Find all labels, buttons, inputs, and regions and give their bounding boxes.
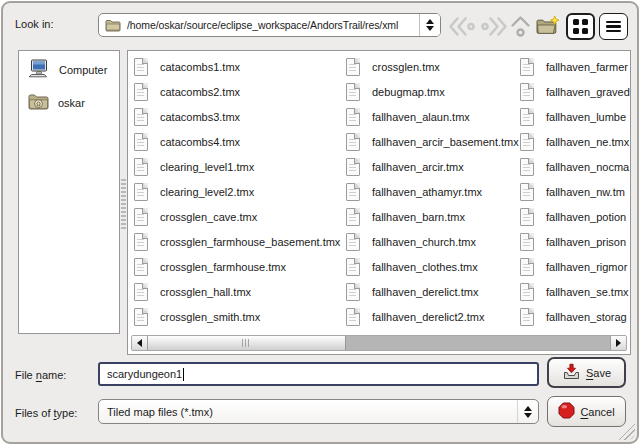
list-view-button[interactable]	[599, 13, 628, 40]
file-icon	[134, 158, 148, 176]
file-icon	[134, 83, 148, 101]
file-name-label: fallhaven_arcir.tmx	[372, 161, 464, 173]
file-name-input[interactable]: scarydungeon1	[98, 362, 539, 386]
file-item[interactable]: fallhaven_lumbe	[520, 104, 631, 129]
file-item[interactable]: catacombs2.tmx	[134, 79, 346, 104]
scroll-left-button[interactable]	[132, 336, 148, 350]
file-name-label: catacombs3.tmx	[160, 111, 240, 123]
cancel-button[interactable]: Cancel	[547, 396, 626, 427]
sidebar-item-computer[interactable]: Computer	[19, 53, 119, 86]
file-item[interactable]: fallhaven_alaun.tmx	[346, 104, 520, 129]
type-combo-spinner[interactable]	[517, 400, 538, 423]
file-item[interactable]: fallhaven_clothes.tmx	[346, 254, 520, 279]
file-item[interactable]: fallhaven_derelict2.tmx	[346, 304, 520, 329]
forward-icon[interactable]	[480, 16, 509, 37]
list-view-icon	[606, 21, 621, 33]
file-icon	[134, 108, 148, 126]
file-list-panel: catacombs1.tmxcatacombs2.tmxcatacombs3.t…	[127, 50, 631, 355]
splitter-handle[interactable]	[121, 179, 126, 231]
scrollbar-thumb[interactable]	[148, 336, 346, 350]
file-icon	[346, 308, 360, 326]
cancel-button-label: Cancel	[580, 406, 614, 418]
file-name-label: fallhaven_se.tmx	[546, 286, 629, 298]
file-type-combobox[interactable]: Tiled map files (*.tmx)	[98, 399, 539, 424]
file-icon	[134, 258, 148, 276]
file-name-label: fallhaven_barn.tmx	[372, 211, 465, 223]
file-item[interactable]: crossglen_farmhouse.tmx	[134, 254, 346, 279]
file-item[interactable]: crossglen_hall.tmx	[134, 279, 346, 304]
file-name-label: catacombs1.tmx	[160, 61, 240, 73]
file-item[interactable]: fallhaven_barn.tmx	[346, 204, 520, 229]
computer-icon	[28, 59, 50, 80]
file-item[interactable]: crossglen_smith.tmx	[134, 304, 346, 329]
file-item[interactable]: fallhaven_farmer	[520, 54, 631, 79]
save-button[interactable]: Save	[547, 357, 626, 388]
file-icon	[134, 58, 148, 76]
file-item[interactable]: fallhaven_nocma	[520, 154, 631, 179]
file-icon	[346, 183, 360, 201]
file-item[interactable]: debugmap.tmx	[346, 79, 520, 104]
cancel-icon	[558, 402, 575, 421]
file-item[interactable]: fallhaven_se.tmx	[520, 279, 631, 304]
file-item[interactable]: fallhaven_arcir_basement.tmx	[346, 129, 520, 154]
horizontal-scrollbar[interactable]	[131, 335, 627, 351]
file-item[interactable]: catacombs1.tmx	[134, 54, 346, 79]
grid-view-icon	[573, 19, 588, 34]
path-combobox[interactable]: /home/oskar/source/eclipse_workspace/And…	[98, 13, 441, 37]
file-item[interactable]: catacombs4.tmx	[134, 129, 346, 154]
file-icon	[134, 183, 148, 201]
file-item[interactable]: fallhaven_derelict.tmx	[346, 279, 520, 304]
file-item[interactable]: catacombs3.tmx	[134, 104, 346, 129]
up-folder-icon[interactable]	[508, 14, 533, 39]
file-icon	[520, 133, 534, 151]
file-item[interactable]: clearing_level2.tmx	[134, 179, 346, 204]
file-icon	[520, 58, 534, 76]
file-item[interactable]: clearing_level1.tmx	[134, 154, 346, 179]
file-name-label: fallhaven_derelict.tmx	[372, 286, 478, 298]
file-item[interactable]: crossglen_cave.tmx	[134, 204, 346, 229]
file-name-label: crossglen_farmhouse.tmx	[160, 261, 286, 273]
file-item[interactable]: fallhaven_graved	[520, 79, 631, 104]
file-name-label: fallhaven_alaun.tmx	[372, 111, 470, 123]
file-icon	[346, 58, 360, 76]
file-column: catacombs1.tmxcatacombs2.tmxcatacombs3.t…	[134, 54, 346, 329]
file-icon	[134, 283, 148, 301]
new-folder-icon[interactable]	[535, 15, 561, 37]
file-icon	[134, 233, 148, 251]
file-item[interactable]: fallhaven_church.tmx	[346, 229, 520, 254]
spinner-up-icon	[426, 19, 434, 24]
file-icon	[346, 283, 360, 301]
file-item[interactable]: crossglen_farmhouse_basement.tmx	[134, 229, 346, 254]
file-name-value: scarydungeon1	[107, 368, 182, 380]
file-item[interactable]: fallhaven_ne.tmx	[520, 129, 631, 154]
file-icon	[520, 158, 534, 176]
left-arrow-icon	[137, 339, 142, 347]
file-name-label: debugmap.tmx	[372, 86, 445, 98]
file-name-label: catacombs4.tmx	[160, 136, 240, 148]
file-item[interactable]: fallhaven_nw.tm	[520, 179, 631, 204]
file-name-label: crossglen_farmhouse_basement.tmx	[160, 236, 340, 248]
file-item[interactable]: fallhaven_storag	[520, 304, 631, 329]
save-file-dialog: Look in: /home/oskar/source/eclipse_work…	[1, 1, 639, 444]
file-item[interactable]: fallhaven_prison	[520, 229, 631, 254]
file-item[interactable]: fallhaven_athamyr.tmx	[346, 179, 520, 204]
text-caret	[183, 368, 184, 381]
file-item[interactable]: fallhaven_rigmor	[520, 254, 631, 279]
file-name-label: fallhaven_ne.tmx	[546, 136, 629, 148]
file-name-label: catacombs2.tmx	[160, 86, 240, 98]
file-item[interactable]: crossglen.tmx	[346, 54, 520, 79]
file-name-label: crossglen.tmx	[372, 61, 440, 73]
sidebar-item-label: Computer	[59, 64, 107, 76]
home-folder-icon	[28, 93, 49, 112]
sidebar-item-oskar[interactable]: oskar	[19, 86, 119, 119]
folder-icon	[105, 19, 121, 32]
file-item[interactable]: fallhaven_potion	[520, 204, 631, 229]
back-icon[interactable]	[447, 16, 476, 37]
scrollbar-track[interactable]	[148, 336, 610, 350]
file-name-label: fallhaven_lumbe	[546, 111, 626, 123]
file-column: crossglen.tmxdebugmap.tmxfallhaven_alaun…	[346, 54, 520, 329]
path-combo-spinner[interactable]	[419, 14, 440, 36]
file-item[interactable]: fallhaven_arcir.tmx	[346, 154, 520, 179]
grid-view-button[interactable]	[566, 13, 595, 40]
scroll-right-button[interactable]	[610, 336, 626, 350]
